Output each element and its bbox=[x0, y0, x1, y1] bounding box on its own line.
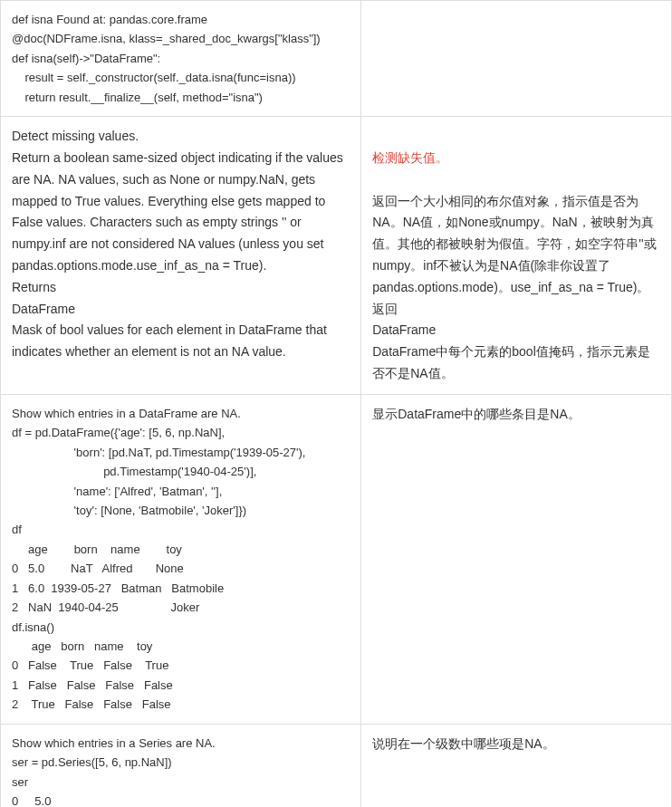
table-row: def isna Found at: pandas.core.frame @do… bbox=[1, 1, 672, 117]
red-heading: 检测缺失值。 bbox=[372, 150, 448, 165]
cell-detect-zh: 检测缺失值。 返回一个大小相同的布尔值对象，指示值是否为NA。NA值，如None… bbox=[361, 117, 672, 395]
table-row: Show which entries in a DataFrame are NA… bbox=[1, 394, 672, 724]
cell-empty bbox=[361, 1, 672, 117]
table-row: Detect missing values. Return a boolean … bbox=[1, 117, 672, 395]
cell-series-zh: 说明在一个级数中哪些项是NA。 bbox=[361, 724, 672, 807]
cell-detect-en: Detect missing values. Return a boolean … bbox=[1, 117, 361, 395]
cell-code-def: def isna Found at: pandas.core.frame @do… bbox=[1, 1, 361, 117]
zh-body: 返回一个大小相同的布尔值对象，指示值是否为NA。NA值，如None或numpy。… bbox=[372, 194, 656, 380]
cell-series-example: Show which entries in a Series are NA. s… bbox=[1, 724, 361, 807]
table-row: Show which entries in a Series are NA. s… bbox=[1, 724, 672, 807]
doc-table: def isna Found at: pandas.core.frame @do… bbox=[0, 0, 672, 807]
cell-df-zh: 显示DataFrame中的哪些条目是NA。 bbox=[361, 394, 672, 724]
doc-container: def isna Found at: pandas.core.frame @do… bbox=[0, 0, 672, 807]
cell-df-example: Show which entries in a DataFrame are NA… bbox=[1, 394, 361, 724]
